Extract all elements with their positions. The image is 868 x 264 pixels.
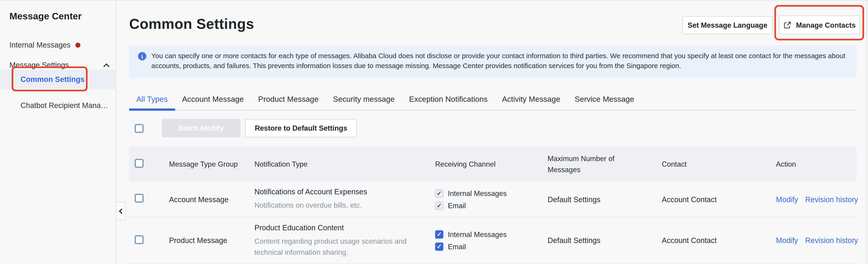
column-header-message-type-group: Message Type Group (169, 160, 254, 168)
header-select-cell (129, 159, 169, 170)
channel-option-email[interactable]: ✓ Email (435, 242, 548, 251)
sidebar-title: Message Center (9, 11, 82, 22)
message-type-group-value: Product Message (169, 236, 254, 244)
restore-defaults-button[interactable]: Restore to Default Settings (245, 119, 358, 137)
chevron-left-icon (119, 208, 125, 214)
tab-exception-notifications[interactable]: Exception Notifications (402, 89, 495, 110)
sidebar-item-internal-messages[interactable]: Internal Messages (9, 41, 81, 50)
channel-option-internal-messages[interactable]: ✓ Internal Messages (435, 230, 548, 239)
sidebar: Message Center Internal Messages Message… (0, 0, 117, 264)
tab-activity-message[interactable]: Activity Message (495, 89, 567, 110)
set-message-language-button[interactable]: Set Message Language (682, 16, 773, 34)
info-icon: i (138, 52, 146, 61)
sidebar-item-chatbot-recipient[interactable]: Chatbot Recipient Mana… (21, 101, 108, 110)
chevron-up-icon (103, 63, 110, 69)
channel-label: Internal Messages (448, 189, 507, 197)
notification-type-value: Notifications of Account Expenses (254, 188, 418, 196)
notification-type-description: Notifications on overdue bills, etc. (254, 200, 418, 211)
channel-option-internal-messages[interactable]: ✓ Internal Messages (435, 189, 548, 197)
checkbox-checked-disabled-icon[interactable]: ✓ (435, 201, 443, 209)
max-messages-value: Default Settings (548, 195, 662, 203)
column-header-max-messages: Maximum Number of Messages (548, 153, 662, 175)
tab-service-message[interactable]: Service Message (567, 89, 641, 110)
column-header-notification-type: Notification Type (254, 160, 435, 168)
contact-value: Account Contact (662, 195, 776, 203)
action-cell: Modify Revision history (776, 195, 857, 203)
sidebar-collapse-button[interactable] (116, 201, 126, 220)
modify-link[interactable]: Modify (776, 236, 798, 244)
channel-option-email[interactable]: ✓ Email (435, 201, 548, 209)
external-link-icon (783, 21, 792, 29)
max-messages-value: Default Settings (548, 236, 662, 244)
checkbox-checked-disabled-icon[interactable]: ✓ (435, 189, 443, 197)
notification-type-cell: Product Education Content Content regard… (254, 223, 435, 258)
header-checkbox[interactable] (135, 159, 144, 168)
table-row-account-message: Account Message Notifications of Account… (129, 182, 857, 218)
checkbox-checked-icon[interactable]: ✓ (435, 230, 443, 239)
channel-label: Internal Messages (448, 230, 507, 239)
unread-dot-icon (75, 43, 81, 48)
row-select-cell (129, 235, 169, 246)
message-type-tabs: All Types Account Message Product Messag… (129, 89, 857, 111)
info-banner: i You can specify one or more contacts f… (129, 45, 857, 77)
column-header-contact: Contact (662, 160, 776, 168)
action-cell: Modify Revision history (776, 236, 857, 244)
table-row-product-message: Product Message Product Education Conten… (129, 218, 857, 264)
channel-label: Email (448, 201, 466, 209)
page-title: Common Settings (129, 15, 254, 33)
message-type-group-value: Account Message (169, 195, 254, 203)
settings-table: Message Type Group Notification Type Rec… (129, 147, 857, 264)
column-header-action: Action (776, 160, 857, 168)
notification-type-description: Content regarding product usage scenario… (254, 236, 418, 258)
receiving-channel-cell: ✓ Internal Messages ✓ Email (435, 230, 548, 251)
checkbox-checked-icon[interactable]: ✓ (435, 242, 443, 251)
column-header-receiving-channel: Receiving Channel (435, 160, 548, 168)
sidebar-item-common-settings[interactable]: Common Settings (0, 70, 117, 89)
row-checkbox[interactable] (135, 235, 144, 244)
modify-link[interactable]: Modify (776, 195, 798, 203)
table-header-row: Message Type Group Notification Type Rec… (129, 147, 857, 182)
sidebar-item-message-settings[interactable]: Message Settings (9, 61, 108, 69)
manage-contacts-label: Manage Contacts (796, 21, 856, 29)
row-checkbox[interactable] (135, 194, 144, 203)
column-header-max-messages-label: Maximum Number of Messages (548, 153, 621, 175)
receiving-channel-cell: ✓ Internal Messages ✓ Email (435, 189, 548, 209)
select-all-checkbox[interactable] (135, 124, 144, 132)
manage-contacts-button[interactable]: Manage Contacts (779, 15, 860, 34)
scrollbar-track-edge (866, 0, 867, 264)
notification-type-value: Product Education Content (254, 223, 418, 232)
revision-history-link[interactable]: Revision history (805, 195, 858, 203)
tab-product-message[interactable]: Product Message (251, 89, 326, 110)
revision-history-link[interactable]: Revision history (805, 236, 858, 244)
tab-account-message[interactable]: Account Message (175, 89, 251, 110)
batch-modify-button[interactable]: Batch Modify (162, 119, 241, 137)
sidebar-item-label: Internal Messages (9, 41, 71, 50)
top-divider (0, 0, 868, 0)
table-toolbar: Batch Modify Restore to Default Settings (129, 119, 357, 137)
notification-type-cell: Notifications of Account Expenses Notifi… (254, 188, 435, 211)
app-window: Message Center Internal Messages Message… (0, 0, 868, 264)
info-banner-text: You can specify one or more contacts for… (151, 52, 847, 71)
sidebar-item-label: Message Settings (9, 61, 69, 69)
row-select-cell (129, 194, 169, 205)
sidebar-item-label: Common Settings (21, 75, 85, 84)
channel-label: Email (448, 242, 466, 251)
tab-all-types[interactable]: All Types (129, 89, 175, 110)
contact-value: Account Contact (662, 236, 776, 244)
tab-security-message[interactable]: Security message (326, 89, 402, 110)
